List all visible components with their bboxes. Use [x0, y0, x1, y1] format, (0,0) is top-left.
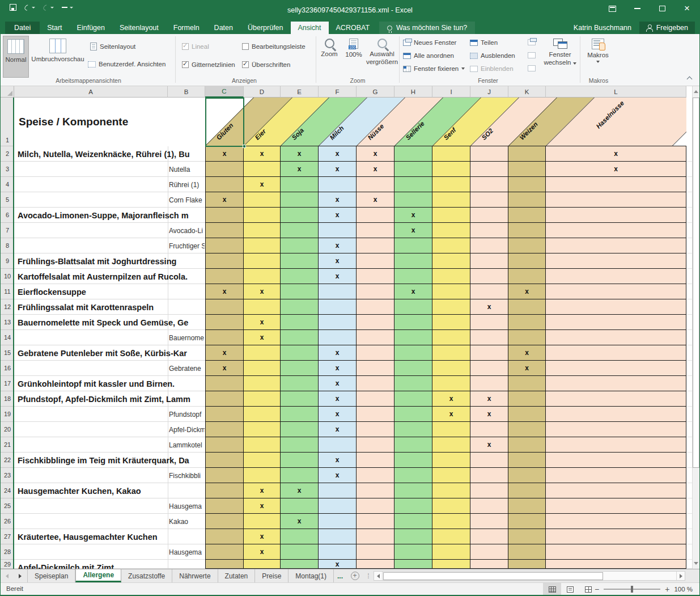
cell-E20[interactable]	[281, 422, 319, 437]
cell-F28[interactable]	[319, 544, 357, 560]
synchronous-scrolling-button[interactable]	[528, 52, 536, 58]
cell-K11[interactable]: x	[508, 284, 546, 299]
cell-C5[interactable]: x	[205, 192, 244, 208]
cell-I6[interactable]	[432, 208, 470, 223]
cell-F25[interactable]	[319, 498, 357, 514]
cell-D9[interactable]	[244, 253, 281, 269]
cell-C22[interactable]	[205, 453, 244, 468]
ribbon-display-options-button[interactable]	[600, 0, 625, 17]
cell-K13[interactable]	[508, 315, 546, 330]
dish-name[interactable]: Milch, Nutella, Weizenknäcke, Rührei (1)…	[14, 146, 205, 162]
cell-C11[interactable]: x	[205, 284, 244, 299]
cell-D15[interactable]	[244, 345, 281, 361]
switch-windows-button[interactable]: Fenster wechseln	[542, 36, 578, 78]
cell-G28[interactable]	[357, 544, 394, 560]
cell-G5[interactable]: x	[357, 192, 394, 208]
cell-D22[interactable]	[244, 453, 281, 468]
share-button[interactable]: Freigeben	[639, 22, 695, 34]
cell-J6[interactable]	[470, 208, 508, 223]
ribbon-tab-start[interactable]: Start	[40, 22, 69, 34]
sheet-tab-zusatzstoffe[interactable]: Zusatzstoffe	[121, 569, 172, 582]
sheet-nav-right-button[interactable]	[13, 569, 28, 582]
cell-H18[interactable]	[394, 391, 432, 407]
cell-F17[interactable]: x	[319, 376, 357, 391]
cell-H3[interactable]	[394, 162, 432, 177]
cell-E28[interactable]	[281, 544, 319, 560]
cell-F19[interactable]: x	[319, 407, 357, 422]
cell-F12[interactable]	[319, 299, 357, 315]
cell-D4[interactable]: x	[244, 177, 281, 192]
cell-D14[interactable]: x	[244, 330, 281, 345]
cell-I20[interactable]	[432, 422, 470, 437]
cell-J29[interactable]	[470, 560, 508, 569]
dish-name[interactable]: Eierflockensuppe	[14, 284, 205, 299]
cell-I22[interactable]	[432, 453, 470, 468]
cell-J22[interactable]	[470, 453, 508, 468]
cell-H11[interactable]: x	[394, 284, 432, 299]
cell-K24[interactable]	[508, 483, 546, 498]
cell-K16[interactable]: x	[508, 361, 546, 376]
cell-I25[interactable]	[432, 498, 470, 514]
cell-C20[interactable]	[205, 422, 244, 437]
dish-name[interactable]: Frühlings-Blattsalat mit Joghurtdressing	[14, 253, 205, 269]
dish-name[interactable]: Gebratene Putenleber mit Soße, Kürbis-Ka…	[14, 345, 205, 361]
dish-name[interactable]: Kräutertee, Hausgemachter Kuchen	[14, 529, 205, 544]
cell-I11[interactable]	[432, 284, 470, 299]
select-all-corner[interactable]	[1, 86, 14, 98]
component-name[interactable]: Hausgema	[169, 498, 205, 514]
cell-L24[interactable]	[546, 483, 686, 498]
cell-K29[interactable]	[508, 560, 546, 569]
cell-H17[interactable]	[394, 376, 432, 391]
row-header-1[interactable]: 1	[1, 98, 14, 146]
user-name[interactable]: Katrin Buschmann	[574, 22, 631, 34]
cell-H27[interactable]	[394, 529, 432, 544]
component-name[interactable]: Pfundstopf	[169, 407, 205, 422]
ribbon-tab-einfügen[interactable]: Einfügen	[70, 22, 112, 34]
column-header-H[interactable]: H	[394, 86, 432, 98]
cell-L26[interactable]	[546, 514, 686, 529]
cell-F11[interactable]	[319, 284, 357, 299]
cell-D6[interactable]	[244, 208, 281, 223]
cell-C16[interactable]: x	[205, 361, 244, 376]
dish-name[interactable]: Avocado-Limonen-Suppe, Majoranfleisch m	[14, 208, 205, 223]
sheet-tab-zutaten[interactable]: Zutaten	[218, 569, 256, 582]
close-button[interactable]: ×	[674, 0, 699, 17]
cell-E19[interactable]	[281, 407, 319, 422]
sheet-tab-speiseplan[interactable]: Speiseplan	[28, 569, 75, 582]
cell-I5[interactable]	[432, 192, 470, 208]
cell-H4[interactable]	[394, 177, 432, 192]
cell-K22[interactable]	[508, 453, 546, 468]
cell-J24[interactable]	[470, 483, 508, 498]
cell-J4[interactable]	[470, 177, 508, 192]
page-layout-view-button[interactable]: Seitenlayout	[90, 43, 135, 50]
cell-H24[interactable]	[394, 483, 432, 498]
cell-C2[interactable]: x	[205, 146, 244, 162]
cell-E16[interactable]	[281, 361, 319, 376]
zoom-to-selection-button[interactable]: Auswahl vergrößern	[367, 36, 397, 78]
checkbox-lineal[interactable]: Lineal	[182, 43, 209, 50]
cell-D23[interactable]	[244, 468, 281, 483]
zoom-100-button[interactable]: 100 100%	[342, 36, 366, 78]
cell-K12[interactable]	[508, 299, 546, 315]
component-name[interactable]: Rührei (1)	[169, 177, 205, 192]
cell-H5[interactable]	[394, 192, 432, 208]
cell-C21[interactable]	[205, 437, 244, 453]
cell-D16[interactable]	[244, 361, 281, 376]
cell-I24[interactable]	[432, 483, 470, 498]
zoom-slider-thumb[interactable]	[631, 586, 633, 593]
cell-D17[interactable]	[244, 376, 281, 391]
cell-I9[interactable]	[432, 253, 470, 269]
cell-I8[interactable]	[432, 238, 470, 253]
collapse-ribbon-icon[interactable]	[687, 77, 693, 82]
cell-G15[interactable]	[357, 345, 394, 361]
cell-J8[interactable]	[470, 238, 508, 253]
dish-name[interactable]: Bauernomelette mit Speck und Gemüse, Ge	[14, 315, 205, 330]
cell-C18[interactable]	[205, 391, 244, 407]
cell-H23[interactable]	[394, 468, 432, 483]
cell-G11[interactable]	[357, 284, 394, 299]
column-header-C[interactable]: C	[205, 86, 244, 98]
cell-D11[interactable]: x	[244, 284, 281, 299]
component-name[interactable]: Corn Flake	[169, 192, 205, 208]
cell-F13[interactable]	[319, 315, 357, 330]
cell-J23[interactable]	[470, 468, 508, 483]
